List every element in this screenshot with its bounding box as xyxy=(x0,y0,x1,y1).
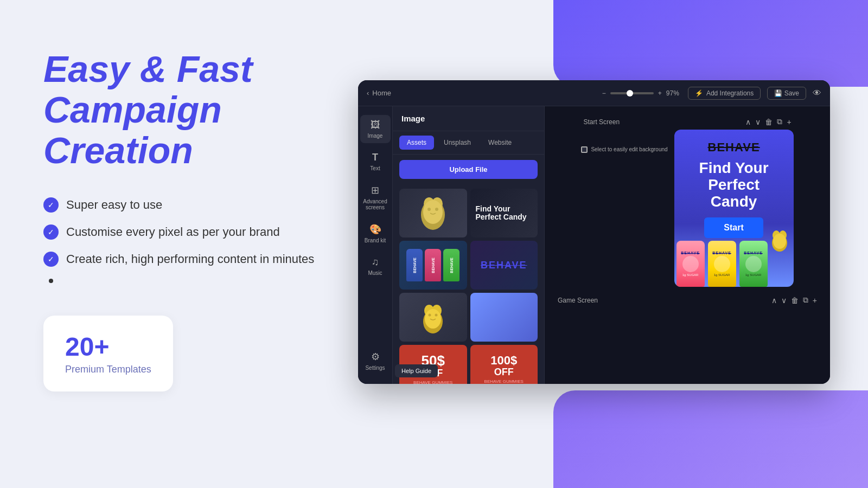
gummy-bear-svg xyxy=(419,300,446,335)
app-mockup: ‹ Home − + 97% ⚡ Add Integrations 💾 Save… xyxy=(358,80,830,384)
svg-point-10 xyxy=(429,313,431,316)
zoom-slider[interactable] xyxy=(610,92,654,94)
zoom-in-icon[interactable]: + xyxy=(658,89,662,97)
svg-point-4 xyxy=(427,208,431,211)
select-bg-label: Select to easily edit background xyxy=(591,146,667,153)
music-icon: ♫ xyxy=(372,256,379,268)
select-bg-checkbox[interactable] xyxy=(581,146,588,153)
back-arrow-icon: ‹ xyxy=(367,89,369,97)
game-screen-up-btn[interactable]: ∧ xyxy=(771,296,777,305)
ad-products-row: BEHAVE 1g SUGAR BEHAVE 1g SUGAR xyxy=(674,241,794,287)
upload-area: Upload File xyxy=(399,160,538,179)
check-icon-3: ✓ xyxy=(43,252,59,267)
game-screen-label: Game Screen xyxy=(558,297,598,304)
feature-item-4 xyxy=(43,279,380,283)
sidebar-item-advanced[interactable]: ⊞ Advanced screens xyxy=(360,180,391,215)
ad-brand-text: BEHAVE xyxy=(708,140,760,155)
tab-unsplash[interactable]: Unsplash xyxy=(436,136,478,150)
ad-preview-card: BEHAVE Find Your Perfect Candy Start BEH… xyxy=(674,130,794,287)
sidebar-item-image[interactable]: 🖼 Image xyxy=(360,115,391,143)
text-icon: T xyxy=(372,152,378,163)
start-screen-up-btn[interactable]: ∧ xyxy=(745,118,751,126)
features-list: ✓ Super easy to use ✓ Customise every pi… xyxy=(43,197,380,283)
panel-header: Image xyxy=(393,106,544,131)
grid-text-find-candy: Find YourPerfect Candy xyxy=(476,205,533,222)
stats-number: 20+ xyxy=(65,332,151,362)
gummy-bear-overlay xyxy=(770,228,789,254)
sidebar-item-text[interactable]: T Text xyxy=(360,147,391,176)
game-screen-delete-btn[interactable]: 🗑 xyxy=(791,296,799,305)
start-screen-label-row: Start Screen ∧ ∨ 🗑 ⧉ + xyxy=(581,117,793,126)
upload-button[interactable]: Upload File xyxy=(399,160,538,179)
bg-decoration-top xyxy=(553,0,868,87)
asset-item-6[interactable] xyxy=(470,293,538,342)
app-body: 🖼 Image T Text ⊞ Advanced screens 🎨 Bran… xyxy=(358,106,830,384)
save-button[interactable]: 💾 Save xyxy=(767,87,806,100)
svg-point-3 xyxy=(423,200,443,224)
game-screen-add-btn[interactable]: + xyxy=(813,296,817,305)
tab-website[interactable]: Website xyxy=(481,136,519,150)
product-pink: BEHAVE 1g SUGAR xyxy=(676,241,705,287)
asset-grid: Find YourPerfect Candy BEHAVE BEHAVE BEH… xyxy=(393,184,544,384)
toolbar: ‹ Home − + 97% ⚡ Add Integrations 💾 Save… xyxy=(358,80,830,106)
asset-item-5[interactable] xyxy=(399,293,467,342)
product-green: BEHAVE 1g SUGAR xyxy=(739,241,768,287)
select-bg-hint-area: Select to easily edit background xyxy=(581,130,667,153)
main-title: Easy & Fast Campaign Creation xyxy=(43,49,380,170)
add-integrations-button[interactable]: ⚡ Add Integrations xyxy=(688,87,761,100)
stats-card: 20+ Premium Templates xyxy=(43,316,173,391)
image-icon: 🖼 xyxy=(371,119,380,131)
ad-start-button[interactable]: Start xyxy=(704,217,763,238)
plug-icon: ⚡ xyxy=(695,89,703,97)
ad-preview-container: Select to easily edit background BEHAVE … xyxy=(581,130,793,287)
sidebar-item-brand[interactable]: 🎨 Brand kit xyxy=(360,219,391,248)
start-screen-label: Start Screen xyxy=(583,118,620,126)
start-screen-section: Start Screen ∧ ∨ 🗑 ⧉ + xyxy=(581,117,793,287)
zoom-thumb xyxy=(627,90,633,97)
start-screen-copy-btn[interactable]: ⧉ xyxy=(777,117,782,126)
gummy-candy-svg xyxy=(418,196,448,231)
tab-assets[interactable]: Assets xyxy=(399,136,434,150)
preview-eye-button[interactable]: 👁 xyxy=(813,88,821,98)
brand-icon: 🎨 xyxy=(369,223,381,235)
canvas-area: Start Screen ∧ ∨ 🗑 ⧉ + xyxy=(545,106,830,384)
assets-panel: Image Assets Unsplash Website Upload Fil… xyxy=(393,106,545,384)
start-screen-down-btn[interactable]: ∨ xyxy=(755,118,761,126)
check-icon-2: ✓ xyxy=(43,224,59,240)
start-screen-delete-btn[interactable]: 🗑 xyxy=(765,118,773,126)
game-screen-label-row: Game Screen ∧ ∨ 🗑 ⧉ + xyxy=(556,296,819,305)
product-yellow: BEHAVE 1g SUGAR xyxy=(708,241,736,287)
toolbar-actions: ⚡ Add Integrations 💾 Save 👁 xyxy=(688,87,821,100)
check-icon-1: ✓ xyxy=(43,197,59,213)
feature-item-3: ✓ Create rich, high performing content i… xyxy=(43,252,380,267)
zoom-out-icon[interactable]: − xyxy=(602,89,606,97)
canvas-inner: Start Screen ∧ ∨ 🗑 ⧉ + xyxy=(556,117,819,305)
left-content-area: Easy & Fast Campaign Creation ✓ Super ea… xyxy=(43,49,380,391)
svg-point-11 xyxy=(435,313,438,316)
home-nav[interactable]: ‹ Home xyxy=(367,89,391,97)
asset-item-1[interactable] xyxy=(399,189,467,237)
select-bg-checkbox-row[interactable]: Select to easily edit background xyxy=(581,146,667,153)
feature-item-2: ✓ Customise every pixel as per your bran… xyxy=(43,224,380,240)
asset-item-8[interactable]: 100$ OFF BEHAVE GUMMIES xyxy=(470,345,538,384)
asset-item-3[interactable]: BEHAVE BEHAVE BEHAVE xyxy=(399,241,467,290)
feature-item-1: ✓ Super easy to use xyxy=(43,197,380,213)
game-screen-down-btn[interactable]: ∨ xyxy=(781,296,787,305)
zoom-control[interactable]: − + 97% xyxy=(602,89,679,97)
start-screen-add-btn[interactable]: + xyxy=(787,118,791,126)
asset-item-2[interactable]: Find YourPerfect Candy xyxy=(470,189,538,237)
svg-point-5 xyxy=(435,208,438,211)
svg-point-15 xyxy=(773,234,786,249)
advanced-icon: ⊞ xyxy=(371,184,379,196)
help-guide-button[interactable]: Help Guide xyxy=(395,364,438,377)
sidebar-item-music[interactable]: ♫ Music xyxy=(360,252,391,280)
game-screen-copy-btn[interactable]: ⧉ xyxy=(803,296,808,305)
bg-decoration-bottom xyxy=(553,390,868,488)
ad-title-text: Find Your Perfect Candy xyxy=(683,160,785,210)
save-icon: 💾 xyxy=(774,89,782,97)
bullet-dot xyxy=(49,279,53,283)
svg-point-9 xyxy=(425,309,441,329)
asset-item-4[interactable]: BEHAVE xyxy=(470,241,538,290)
sidebar-item-settings[interactable]: ⚙ Settings xyxy=(360,346,391,375)
game-screen-controls: ∧ ∨ 🗑 ⧉ + xyxy=(771,296,817,305)
